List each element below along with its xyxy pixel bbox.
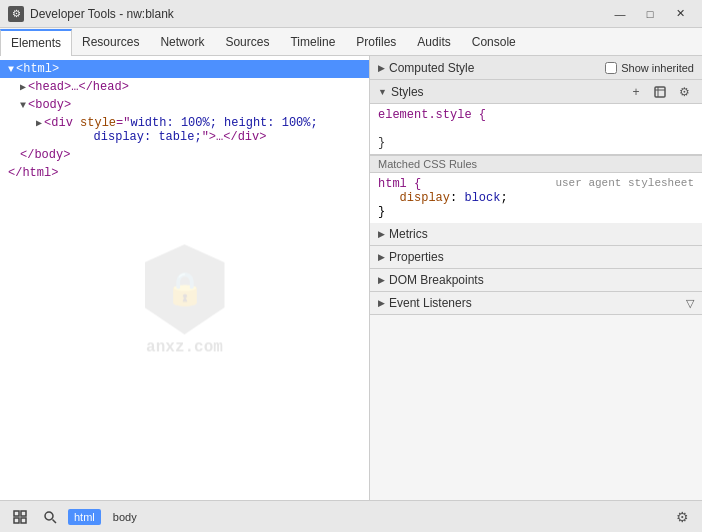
styles-actions: + ⚙: [626, 84, 694, 100]
matched-css-body: html { user agent stylesheet display: bl…: [370, 173, 702, 223]
triangle-html[interactable]: [8, 64, 14, 75]
dom-line-body[interactable]: <body>: [0, 96, 369, 114]
triangle-head[interactable]: [20, 82, 26, 93]
html-breadcrumb[interactable]: html: [68, 509, 101, 525]
svg-rect-4: [21, 511, 26, 516]
tab-network[interactable]: Network: [150, 28, 215, 55]
properties-label: Properties: [389, 250, 444, 264]
event-listeners-triangle: ▶: [378, 298, 385, 308]
window-title: Developer Tools - nw:blank: [30, 7, 606, 21]
show-inherited-checkbox[interactable]: [605, 62, 617, 74]
css-property-display: display: [400, 191, 450, 205]
dom-line-head[interactable]: <head>…</head>: [0, 78, 369, 96]
tab-elements[interactable]: Elements: [0, 29, 72, 56]
dom-breakpoints-triangle: ▶: [378, 275, 385, 285]
div-attr-name: style: [80, 116, 116, 130]
styles-body: element.style { }: [370, 104, 702, 154]
svg-rect-6: [21, 518, 26, 523]
metrics-section: ▶ Metrics: [370, 223, 702, 246]
css-rule-close: }: [378, 205, 385, 219]
maximize-button[interactable]: □: [636, 4, 664, 24]
title-bar: ⚙ Developer Tools - nw:blank — □ ✕: [0, 0, 702, 28]
show-inherited-container: Show inherited: [605, 62, 694, 74]
body-close-tag: </body>: [20, 148, 70, 162]
html-close-tag: </html>: [8, 166, 58, 180]
refresh-style-button[interactable]: [650, 84, 670, 100]
dom-line-html[interactable]: <html>: [0, 60, 369, 78]
properties-header[interactable]: ▶ Properties: [370, 246, 702, 268]
css-rule-source: user agent stylesheet: [555, 177, 694, 189]
tab-audits[interactable]: Audits: [407, 28, 461, 55]
matched-css-label: Matched CSS Rules: [378, 158, 477, 170]
add-style-button[interactable]: +: [626, 84, 646, 100]
bottom-bar: html body ⚙: [0, 500, 702, 532]
dom-line-html-close[interactable]: </html>: [0, 164, 369, 182]
properties-triangle: ▶: [378, 252, 385, 262]
head-tag: <head>…</head>: [28, 80, 129, 94]
svg-point-7: [45, 512, 53, 520]
menu-bar: Elements Resources Network Sources Timel…: [0, 28, 702, 56]
watermark: 🔒 anxz.com: [145, 244, 225, 356]
svg-line-8: [53, 519, 57, 523]
event-listeners-label: Event Listeners: [389, 296, 472, 310]
watermark-shield: 🔒: [145, 244, 225, 334]
watermark-text: anxz.com: [145, 338, 225, 356]
app-icon: ⚙: [8, 6, 24, 22]
triangle-div[interactable]: [36, 118, 42, 129]
window-controls: — □ ✕: [606, 4, 694, 24]
styles-title: Styles: [391, 85, 626, 99]
html-tag: <html>: [16, 62, 59, 76]
tab-profiles[interactable]: Profiles: [346, 28, 407, 55]
computed-style-triangle: ▶: [378, 63, 385, 73]
metrics-triangle: ▶: [378, 229, 385, 239]
computed-style-header: ▶ Computed Style Show inherited: [370, 56, 702, 80]
settings-style-button[interactable]: ⚙: [674, 84, 694, 100]
body-breadcrumb[interactable]: body: [107, 509, 143, 525]
dom-tree-panel: 🔒 anxz.com <html> <head>…</head> <body> …: [0, 56, 370, 500]
search-button[interactable]: [38, 506, 62, 528]
style-close-brace: }: [378, 136, 385, 150]
style-selector: element.style {: [378, 108, 486, 122]
tab-sources[interactable]: Sources: [215, 28, 280, 55]
filter-icon: ▽: [686, 297, 694, 310]
triangle-body[interactable]: [20, 100, 26, 111]
right-panel: ▶ Computed Style Show inherited ▼ Styles…: [370, 56, 702, 500]
metrics-header[interactable]: ▶ Metrics: [370, 223, 702, 245]
svg-rect-3: [14, 511, 19, 516]
close-button[interactable]: ✕: [666, 4, 694, 24]
styles-section: ▼ Styles + ⚙ element.style {: [370, 80, 702, 155]
dom-breakpoints-header[interactable]: ▶ DOM Breakpoints: [370, 269, 702, 291]
svg-rect-0: [655, 87, 665, 97]
show-inherited-label: Show inherited: [621, 62, 694, 74]
tab-resources[interactable]: Resources: [72, 28, 150, 55]
main-content: 🔒 anxz.com <html> <head>…</head> <body> …: [0, 56, 702, 500]
tab-timeline[interactable]: Timeline: [280, 28, 346, 55]
inspect-button[interactable]: [8, 506, 32, 528]
dom-breakpoints-section: ▶ DOM Breakpoints: [370, 269, 702, 292]
svg-rect-5: [14, 518, 19, 523]
matched-css-header: Matched CSS Rules: [370, 155, 702, 173]
dom-breakpoints-label: DOM Breakpoints: [389, 273, 484, 287]
css-value-block: block: [464, 191, 500, 205]
minimize-button[interactable]: —: [606, 4, 634, 24]
div-open-tag: <div: [44, 116, 80, 130]
body-tag: <body>: [28, 98, 71, 112]
dom-line-body-close[interactable]: </body>: [0, 146, 369, 164]
styles-triangle: ▼: [378, 87, 387, 97]
css-rule-selector: html {: [378, 177, 421, 191]
styles-header: ▼ Styles + ⚙: [370, 80, 702, 104]
event-listeners-header[interactable]: ▶ Event Listeners ▽: [370, 292, 702, 314]
metrics-label: Metrics: [389, 227, 428, 241]
computed-style-title: Computed Style: [389, 61, 605, 75]
bottom-settings-button[interactable]: ⚙: [670, 506, 694, 528]
event-listeners-section: ▶ Event Listeners ▽: [370, 292, 702, 315]
properties-section: ▶ Properties: [370, 246, 702, 269]
dom-line-div[interactable]: <div style="width: 100%; height: 100%; d…: [0, 114, 369, 146]
matched-css-section: Matched CSS Rules html { user agent styl…: [370, 155, 702, 223]
tab-console[interactable]: Console: [462, 28, 527, 55]
